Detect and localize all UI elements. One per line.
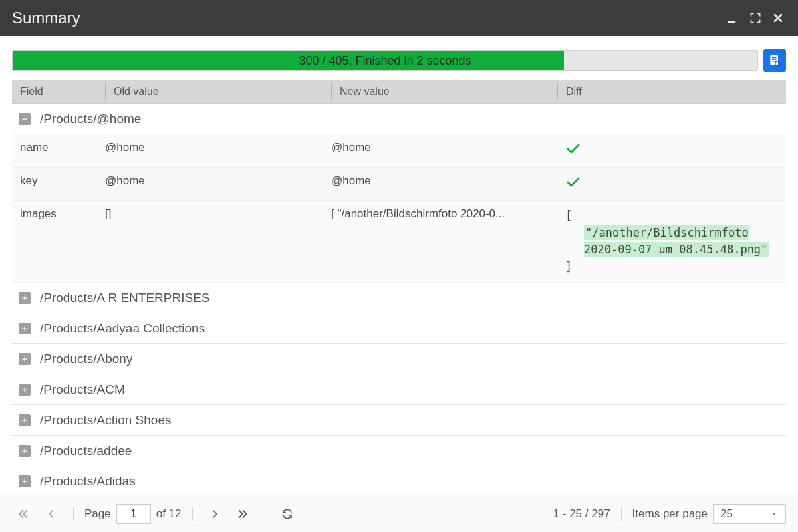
summary-dialog: Summary 300 / 405, Finished in 2 seconds [0,0,798,532]
cell-diff: ["/another/Bildschirmfoto 2020-09-07 um … [557,207,786,275]
window-title: Summary [12,9,725,27]
result-grid: Field Old value New value Diff /Products… [0,80,798,495]
cell-field: name [12,141,105,154]
svg-rect-14 [25,387,25,392]
expand-icon[interactable] [19,292,31,304]
svg-rect-8 [25,295,25,300]
svg-rect-16 [25,418,25,422]
expand-icon[interactable] [19,384,31,396]
cell-field: images [12,207,105,221]
cell-old: @home [105,174,331,188]
svg-rect-12 [25,356,25,361]
group-row[interactable]: /Products/Adidas [12,466,786,495]
cell-new: @home [331,174,557,188]
maximize-icon[interactable] [747,10,763,26]
cell-new: [ "/another/Bildschirmfoto 2020-0... [331,207,557,221]
table-row: name@home@home [12,134,786,168]
group-path: /Products/Abony [40,352,132,366]
refresh-button[interactable] [276,503,299,525]
group-row[interactable]: /Products/@home [12,104,786,134]
diff-block: ["/another/Bildschirmfoto 2020-09-07 um … [565,207,786,275]
group-path: /Products/addee [40,444,132,458]
group-row[interactable]: /Products/Abony [12,344,786,374]
paging-toolbar: Page of 12 1 - 25 / 297 Items per page 2… [0,495,798,532]
svg-rect-6 [23,118,27,119]
collapse-icon[interactable] [19,113,31,125]
items-per-page-select[interactable]: 25 [713,504,786,524]
window-controls [725,10,786,26]
expand-icon[interactable] [19,414,31,426]
page-label: Page [84,507,111,521]
page-number-input[interactable] [116,504,151,524]
group-path: /Products/A R ENTERPRISES [40,291,210,305]
page-of-label: of 12 [156,507,182,521]
diff-added-text: "/another/Bildschirmfoto 2020-09-07 um 0… [584,225,769,257]
first-page-button[interactable] [12,503,35,525]
group-path: /Products/@home [40,112,141,126]
titlebar: Summary [0,0,798,36]
grid-header: Field Old value New value Diff [12,80,786,104]
prev-page-button[interactable] [40,503,63,525]
cell-old: @home [105,141,331,154]
expand-icon[interactable] [19,323,31,334]
page-range-label: 1 - 25 / 297 [553,507,610,521]
svg-rect-3 [772,59,777,60]
group-row[interactable]: /Products/Aadyaa Collections [12,313,786,344]
col-header-new[interactable]: New value [331,83,557,100]
group-path: /Products/ACM [40,382,125,397]
cell-field: key [12,174,105,188]
items-per-page-label: Items per page [632,507,708,521]
group-path: /Products/Action Shoes [40,413,172,428]
progress-row: 300 / 405, Finished in 2 seconds [0,36,798,80]
cell-diff [557,174,786,194]
items-per-page-value: 25 [720,507,733,521]
view-log-button[interactable] [763,49,786,72]
progress-text: 300 / 405, Finished in 2 seconds [13,51,757,70]
col-header-old[interactable]: Old value [105,83,331,100]
table-row: images[][ "/another/Bildschirmfoto 2020-… [12,201,786,283]
close-icon[interactable] [770,10,786,26]
cell-old: [] [105,207,331,221]
next-page-button[interactable] [203,503,226,525]
svg-rect-4 [772,61,775,61]
minimize-icon[interactable] [725,10,741,26]
svg-rect-1 [770,55,778,65]
svg-rect-0 [728,21,736,23]
cell-new: @home [331,141,557,154]
last-page-button[interactable] [231,503,254,525]
progress-bar: 300 / 405, Finished in 2 seconds [12,50,758,71]
col-header-field[interactable]: Field [12,86,105,98]
expand-icon[interactable] [19,445,31,457]
group-row[interactable]: /Products/ACM [12,374,786,405]
group-row[interactable]: /Products/A R ENTERPRISES [12,283,786,313]
check-icon [565,147,581,160]
group-row[interactable]: /Products/addee [12,436,786,466]
svg-rect-10 [25,326,25,331]
col-header-diff[interactable]: Diff [557,83,786,100]
group-row[interactable]: /Products/Action Shoes [12,405,786,436]
svg-rect-18 [25,448,25,453]
cell-diff [557,141,786,160]
group-path: /Products/Aadyaa Collections [40,321,205,336]
group-path: /Products/Adidas [40,474,136,489]
table-row: key@home@home [12,168,786,201]
expand-icon[interactable] [19,475,31,487]
check-icon [565,180,581,193]
expand-icon[interactable] [19,353,31,365]
grid-body: /Products/@homename@home@homekey@home@ho… [12,104,786,495]
svg-rect-20 [25,479,25,483]
svg-rect-2 [772,57,777,58]
